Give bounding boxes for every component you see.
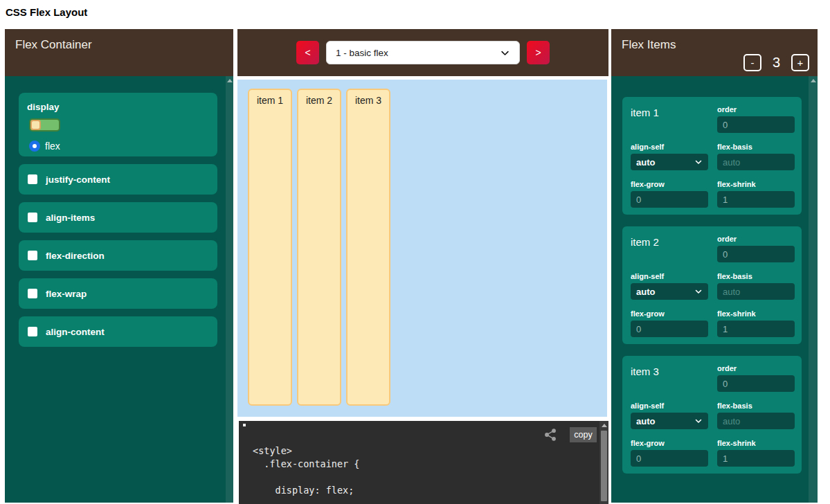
scroll-up-icon[interactable] (227, 79, 233, 82)
flex-grow-label: flex-grow (631, 309, 708, 318)
flex-basis-label: flex-basis (717, 402, 795, 410)
items-panel-scrollbar[interactable] (809, 76, 818, 503)
flex-basis-label: flex-basis (717, 272, 795, 280)
code-scrollbar[interactable] (599, 421, 608, 504)
flex-grow-input[interactable] (631, 321, 708, 337)
preview-item-3: item 3 (346, 89, 390, 406)
item-count-value: 3 (773, 55, 780, 71)
item-3-order-field: order (717, 364, 795, 392)
property-card-flex-wrap: flex-wrap (19, 278, 217, 309)
flex-shrink-label: flex-shrink (717, 439, 795, 447)
order-input[interactable] (717, 246, 795, 262)
item-1-flex-shrink-field: flex-shrink (717, 180, 795, 208)
justify-content-label: justify-content (46, 174, 110, 185)
flex-radio-label: flex (45, 141, 60, 152)
property-card-justify-content: justify-content (19, 164, 217, 195)
flex-items-panel-body: item 1 order align-self auto flex-basis (611, 76, 818, 503)
order-input[interactable] (717, 116, 795, 133)
order-label: order (717, 364, 795, 372)
align-self-value: auto (636, 416, 655, 426)
item-2-name: item 2 (631, 235, 708, 262)
item-3-flex-shrink-field: flex-shrink (717, 439, 795, 467)
code-panel: copy <style> .flex-container { display: … (239, 421, 608, 504)
scroll-up-icon[interactable] (602, 424, 607, 427)
align-content-label: align-content (46, 327, 105, 337)
align-self-value: auto (636, 157, 655, 168)
align-items-checkbox[interactable] (28, 213, 37, 222)
align-self-select[interactable]: auto (631, 283, 708, 300)
copy-button[interactable]: copy (570, 427, 597, 442)
item-2-flex-basis-field: flex-basis (717, 272, 795, 300)
flex-shrink-input[interactable] (717, 191, 795, 208)
display-label: display (27, 102, 217, 112)
flex-container-panel-body: display flex justify-content align-items (5, 76, 233, 503)
add-item-button[interactable]: + (791, 54, 809, 71)
justify-content-checkbox[interactable] (28, 174, 37, 184)
item-3-flex-basis-field: flex-basis (717, 402, 795, 429)
flex-radio[interactable] (29, 141, 40, 152)
flex-basis-label: flex-basis (717, 143, 795, 151)
property-card-flex-direction: flex-direction (19, 240, 217, 271)
property-card-align-items: align-items (19, 202, 217, 233)
remove-item-button[interactable]: - (743, 54, 761, 71)
example-nav-bar: < 1 - basic flex > (237, 29, 608, 76)
property-card-align-content: align-content (19, 316, 217, 347)
flex-grow-label: flex-grow (631, 439, 708, 447)
scrollbar-thumb[interactable] (601, 431, 607, 501)
flex-basis-input[interactable] (717, 283, 795, 300)
toggle-knob-icon (30, 120, 41, 130)
next-example-button[interactable]: > (527, 41, 550, 64)
flex-items-panel-header: Flex Items - 3 + (611, 29, 818, 76)
item-3-align-self-field: align-self auto (631, 402, 708, 429)
item-1-card: item 1 order align-self auto flex-basis (622, 97, 802, 215)
share-icon[interactable] (543, 428, 557, 442)
flex-shrink-input[interactable] (717, 450, 795, 467)
item-2-align-self-field: align-self auto (631, 272, 708, 300)
css-code-block: <style> .flex-container { display: flex; (253, 444, 359, 497)
item-1-name: item 1 (631, 105, 708, 133)
flex-wrap-label: flex-wrap (46, 289, 87, 299)
item-2-card: item 2 order align-self auto flex-basis (622, 226, 802, 344)
item-2-flex-shrink-field: flex-shrink (717, 309, 795, 337)
prev-example-button[interactable]: < (296, 41, 319, 64)
align-self-select[interactable]: auto (631, 413, 708, 429)
flex-shrink-input[interactable] (717, 321, 795, 337)
order-label: order (717, 105, 795, 114)
align-items-label: align-items (46, 213, 95, 223)
flex-container-panel: Flex Container display flex justify-cont… (5, 29, 233, 503)
flex-direction-label: flex-direction (46, 251, 105, 261)
item-1-order-field: order (717, 105, 795, 133)
item-count-control: - 3 + (743, 54, 809, 71)
flex-grow-input[interactable] (631, 191, 708, 208)
flex-container-panel-header: Flex Container (5, 29, 233, 76)
example-select-value: 1 - basic flex (336, 48, 388, 58)
align-self-label: align-self (631, 143, 708, 151)
flex-basis-input[interactable] (717, 154, 795, 170)
align-self-label: align-self (631, 402, 708, 410)
align-content-checkbox[interactable] (28, 327, 37, 336)
chevron-down-icon (694, 417, 703, 425)
item-2-flex-grow-field: flex-grow (631, 309, 708, 337)
page-title: CSS Flex Layout (6, 6, 87, 18)
align-self-select[interactable]: auto (631, 154, 708, 170)
chevron-down-icon (694, 158, 703, 166)
flex-grow-input[interactable] (631, 450, 708, 467)
flex-wrap-checkbox[interactable] (28, 289, 37, 298)
flex-items-panel-title: Flex Items (622, 38, 676, 51)
container-property-list: display flex justify-content align-items (19, 93, 217, 354)
item-1-align-self-field: align-self auto (631, 143, 708, 170)
item-1-flex-grow-field: flex-grow (631, 180, 708, 208)
flex-preview-area: item 1 item 2 item 3 (237, 80, 607, 417)
flex-direction-checkbox[interactable] (28, 251, 37, 260)
cursor-dot-icon (243, 424, 246, 426)
display-toggle[interactable] (29, 118, 60, 132)
container-panel-scrollbar[interactable] (226, 76, 233, 503)
order-input[interactable] (717, 375, 795, 392)
item-2-order-field: order (717, 235, 795, 262)
flex-basis-input[interactable] (717, 413, 795, 429)
preview-item-1: item 1 (248, 89, 292, 406)
flex-shrink-label: flex-shrink (717, 309, 795, 318)
chevron-down-icon (500, 48, 510, 58)
scroll-up-icon[interactable] (811, 79, 816, 82)
example-select[interactable]: 1 - basic flex (326, 41, 520, 64)
